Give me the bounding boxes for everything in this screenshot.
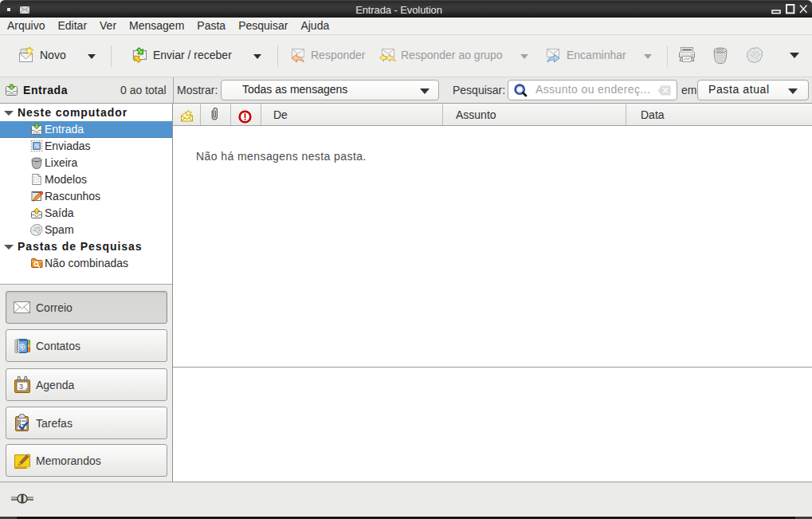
svg-text:@: @ <box>18 342 26 351</box>
svg-text:3: 3 <box>19 383 23 391</box>
